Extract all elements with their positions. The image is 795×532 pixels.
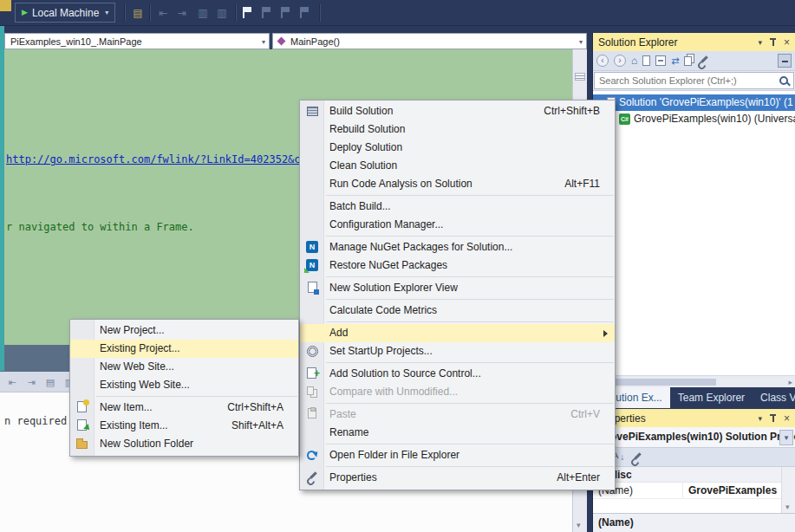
member-list-icon[interactable]: ▤ <box>130 5 146 21</box>
menu-item-label: Run Code Analysis on Solution <box>329 178 472 190</box>
toolbar-separator <box>149 4 150 22</box>
uncomment-icon[interactable]: ▥ <box>214 5 230 21</box>
sync-with-active-document-icon[interactable]: ⇄ <box>671 56 679 66</box>
menu-item-new-web-site[interactable]: New Web Site... <box>70 358 298 376</box>
menu-item-existing-web-site[interactable]: Existing Web Site... <box>70 376 298 394</box>
menu-item-label: Build Solution <box>329 105 393 117</box>
indent-icon[interactable]: ⇥ <box>24 375 38 389</box>
menu-item-label: Batch Build... <box>329 200 391 212</box>
window-position-icon[interactable]: ▾ <box>758 414 762 423</box>
editor-change-indicator-strip <box>0 26 4 371</box>
menu-item-rename[interactable]: Rename <box>300 424 615 442</box>
clear-bookmarks-icon[interactable] <box>300 7 309 18</box>
new-view-icon <box>308 282 317 293</box>
back-icon[interactable]: ‹ <box>596 55 609 67</box>
menu-item-configuration-manager[interactable]: Configuration Manager... <box>300 216 615 234</box>
menu-item-new-solution-folder[interactable]: New Solution Folder <box>70 435 298 453</box>
tree-item-solution[interactable]: ▾ Solution 'GrovePiExamples(win10)' (1 p… <box>593 94 795 111</box>
menu-item-batch-build[interactable]: Batch Build... <box>300 198 615 216</box>
menu-item-label: New Web Site... <box>100 360 174 373</box>
new-view-icon[interactable] <box>684 56 692 66</box>
search-icon[interactable] <box>779 76 790 87</box>
menu-item-add[interactable]: Add <box>300 324 615 342</box>
properties-vertical-scrollbar[interactable]: ▾ <box>781 467 795 513</box>
split-window-handle[interactable] <box>575 73 585 81</box>
menu-item-restore-nuget-packages[interactable]: Restore NuGet Packages <box>300 256 615 275</box>
menu-item-set-startup-projects[interactable]: Set StartUp Projects... <box>300 342 615 360</box>
menu-item-open-folder-in-file-explorer[interactable]: Open Folder in File Explorer <box>300 446 615 464</box>
lower-pane-text: n required. <box>4 415 73 427</box>
menu-item-calculate-code-metrics[interactable]: Calculate Code Metrics <box>300 302 615 320</box>
decrease-indent-icon[interactable]: ⇤ <box>155 5 171 21</box>
tab-class-view[interactable]: Class View <box>753 387 795 408</box>
forward-icon[interactable]: › <box>614 55 626 67</box>
menu-separator <box>96 396 297 397</box>
toggle-bookmark-icon[interactable] <box>243 7 251 18</box>
scroll-down-arrow[interactable]: ▾ <box>577 521 581 529</box>
property-object-dropdown[interactable]: GrovePiExamples(win10) Solution Properti… <box>593 427 795 448</box>
increase-indent-icon[interactable]: ⇥ <box>174 5 190 21</box>
property-category-row[interactable]: ▾ Misc <box>593 467 795 483</box>
previous-bookmark-icon[interactable] <box>262 7 270 18</box>
property-value[interactable]: GrovePiExamples <box>688 483 777 499</box>
code-comment: r navigated to within a Frame. <box>6 221 194 233</box>
menu-item-deploy-solution[interactable]: Deploy Solution <box>300 139 615 157</box>
menu-item-properties[interactable]: PropertiesAlt+Enter <box>300 469 615 487</box>
nuget-icon <box>306 241 318 253</box>
panel-title-text: Solution Explorer <box>598 36 677 49</box>
member-dropdown-text: MainPage() <box>290 36 340 47</box>
menu-item-add-solution-to-source-control[interactable]: Add Solution to Source Control... <box>300 365 615 383</box>
properties-titlebar[interactable]: Properties ▾ × <box>593 409 795 427</box>
solution-explorer-panel: Solution Explorer ▾ × ‹ › ⌂ ⇄ ▴ ▾ <box>592 33 795 408</box>
menu-item-new-item[interactable]: New Item...Ctrl+Shift+A <box>70 399 298 417</box>
properties-wrench-icon[interactable] <box>697 55 709 67</box>
home-icon[interactable]: ⌂ <box>631 55 637 66</box>
close-icon[interactable]: × <box>784 413 790 424</box>
scrollbar-thumb[interactable] <box>612 379 716 386</box>
menu-item-build-solution[interactable]: Build SolutionCtrl+Shift+B <box>300 102 615 120</box>
menu-item-rebuild-solution[interactable]: Rebuild Solution <box>300 120 615 139</box>
menu-item-new-project[interactable]: New Project... <box>70 321 298 340</box>
tree-item-project[interactable]: ▷ GrovePiExamples(win10) (Universal Wind… <box>593 111 795 127</box>
property-object-name: GrovePiExamples(win10) Solution Properti… <box>598 431 795 443</box>
property-row[interactable]: (Name) GrovePiExamples <box>593 483 795 499</box>
type-dropdown[interactable]: PiExamples_win10_.MainPage ▾ <box>4 33 270 49</box>
debug-target-label: Local Machine <box>32 7 99 19</box>
menu-item-existing-project[interactable]: Existing Project... <box>70 340 298 358</box>
show-all-files-icon[interactable] <box>642 55 650 66</box>
menu-item-shortcut: Ctrl+Shift+A <box>227 399 283 417</box>
pin-icon[interactable] <box>769 413 777 423</box>
search-input[interactable] <box>594 72 794 89</box>
menu-item-manage-nuget-packages[interactable]: Manage NuGet Packages for Solution... <box>300 238 615 256</box>
chevron-down-icon[interactable]: ▾ <box>779 430 793 445</box>
member-dropdown[interactable]: MainPage() ▾ <box>272 33 587 49</box>
outdent-icon[interactable]: ⇤ <box>5 375 19 389</box>
window-position-icon[interactable]: ▾ <box>758 38 762 47</box>
collapse-all-icon[interactable] <box>655 55 666 66</box>
pin-icon[interactable] <box>769 37 777 47</box>
debug-target-button[interactable]: ▶ Local Machine ▾ <box>15 3 115 23</box>
menu-item-run-code-analysis[interactable]: Run Code Analysis on SolutionAlt+F11 <box>300 175 615 193</box>
menu-item-existing-item[interactable]: Existing Item...Shift+Alt+A <box>70 417 298 435</box>
menu-item-label: Add <box>329 327 348 339</box>
menu-item-label: Deploy Solution <box>329 141 402 153</box>
scroll-right-arrow[interactable]: ▸ <box>788 378 792 386</box>
property-pages-icon[interactable] <box>630 451 642 464</box>
scroll-down-arrow[interactable]: ▾ <box>785 503 790 511</box>
preview-selected-items-icon[interactable] <box>778 54 792 68</box>
code-hyperlink[interactable]: http://go.microsoft.com/fwlink/?LinkId=4… <box>6 153 325 165</box>
menu-item-clean-solution[interactable]: Clean Solution <box>300 157 615 175</box>
comment-icon[interactable]: ▥ <box>195 5 211 21</box>
build-icon <box>307 107 318 116</box>
menu-item-label: Add Solution to Source Control... <box>329 367 481 380</box>
properties-panel: Properties ▾ × GrovePiExamples(win10) So… <box>592 409 795 532</box>
tab-team-explorer[interactable]: Team Explorer <box>670 387 753 408</box>
tree-horizontal-scrollbar[interactable]: ◂ ▸ <box>593 375 795 387</box>
list-view-icon[interactable]: ▤ <box>43 375 57 389</box>
menu-item-new-solution-explorer-view[interactable]: New Solution Explorer View <box>300 279 615 297</box>
close-icon[interactable]: × <box>784 37 790 48</box>
next-bookmark-icon[interactable] <box>281 7 290 18</box>
main-toolbar: ▶ Local Machine ▾ ▤ ⇤ ⇥ ▥ ▥ <box>0 0 795 26</box>
tree-item-label: GrovePiExamples(win10) (Universal Window… <box>634 111 795 127</box>
solution-explorer-titlebar[interactable]: Solution Explorer ▾ × <box>593 33 795 51</box>
